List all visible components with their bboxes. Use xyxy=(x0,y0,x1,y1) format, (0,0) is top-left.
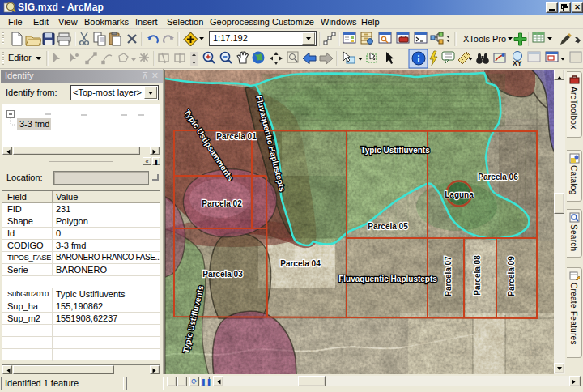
svg-text:Parcela 06: Parcela 06 xyxy=(478,173,518,181)
svg-text:Parcela 02: Parcela 02 xyxy=(202,199,242,208)
svg-text:Typic Ustifluvents: Typic Ustifluvents xyxy=(360,146,430,155)
svg-text:3-3 fmd: 3-3 fmd xyxy=(19,119,49,129)
svg-text:XY: XY xyxy=(513,59,522,67)
svg-text:XTools Pro: XTools Pro xyxy=(463,34,506,44)
svg-text:Parcela 03: Parcela 03 xyxy=(202,270,243,279)
svg-text:Laguna: Laguna xyxy=(445,190,474,199)
svg-text:Parcela 09: Parcela 09 xyxy=(507,256,516,296)
svg-text:Parcela 04: Parcela 04 xyxy=(280,259,321,268)
svg-text:Parcela 05: Parcela 05 xyxy=(368,222,408,231)
svg-text:Parcela 07: Parcela 07 xyxy=(444,256,453,296)
svg-text:Fluvaquentic Haplustepts: Fluvaquentic Haplustepts xyxy=(338,275,437,283)
svg-text:Parcela 01: Parcela 01 xyxy=(216,132,257,141)
svg-text:Parcela 08: Parcela 08 xyxy=(473,255,482,296)
